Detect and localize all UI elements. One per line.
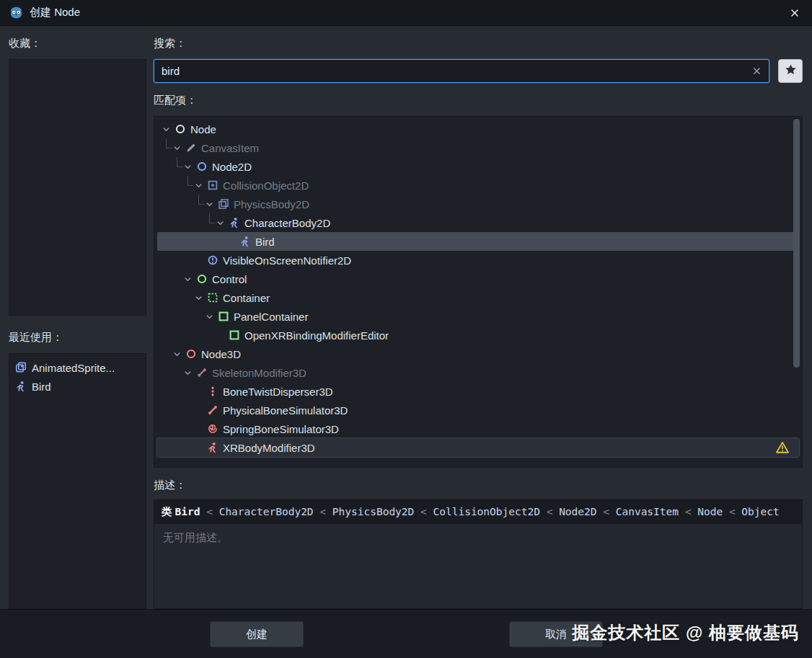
tree-indent [183, 419, 194, 438]
chevron-down-icon[interactable] [172, 344, 185, 363]
chevron-down-icon[interactable] [205, 195, 218, 213]
search-row [154, 59, 803, 83]
tree-row-label: PhysicsBody2D [234, 198, 309, 210]
dotted-square-icon [207, 292, 219, 303]
create-button[interactable]: 创建 [210, 621, 304, 647]
tree-indent [183, 307, 194, 326]
tree-indent [194, 232, 205, 251]
chevron-down-icon[interactable] [216, 213, 229, 232]
person-icon [15, 381, 27, 392]
tree-row[interactable]: CanvasItem [157, 138, 799, 157]
tree-indent [162, 288, 172, 307]
tree-indent [172, 176, 183, 195]
tree-row[interactable]: VisibleOnScreenNotifier2D [157, 251, 799, 270]
recent-label: 最近使用： [9, 329, 146, 346]
tree-indent [172, 307, 183, 326]
tree-row[interactable]: SpringBoneSimulator3D [157, 419, 799, 438]
tree-row[interactable]: PhysicalBoneSimulator3D [157, 401, 799, 419]
tree-row-label: PanelContainer [234, 311, 308, 323]
chevron-down-icon[interactable] [205, 307, 218, 326]
tree-row[interactable]: Node3D [157, 344, 799, 363]
tree-row-label: XRBodyModifier3D [223, 442, 315, 454]
tree-row-label: Control [212, 273, 247, 285]
cancel-button[interactable]: 取消 [509, 621, 603, 647]
tree-row[interactable]: Control [157, 270, 799, 288]
tree-row[interactable]: OpenXRBindingModifierEditor [157, 326, 799, 344]
tree-row[interactable]: SkeletonModifier3D [157, 363, 799, 382]
tree-indent [183, 251, 194, 270]
tree-row[interactable]: CollisionObject2D [157, 176, 799, 195]
chevron-down-icon[interactable] [183, 363, 196, 382]
tree-row[interactable]: Container [157, 288, 799, 307]
ancestor-link[interactable]: Node2D [559, 506, 596, 517]
ancestor-link[interactable]: PhysicsBody2D [332, 506, 415, 517]
recent-item[interactable]: Bird [9, 377, 146, 396]
tree-row[interactable]: Bird [157, 232, 799, 251]
tree-indent [183, 401, 194, 419]
square-circle-icon [207, 179, 219, 191]
chevron-down-icon[interactable] [183, 157, 196, 176]
tree-row-label: Node3D [201, 348, 241, 360]
recent-list: AnimatedSprite...Bird [9, 353, 146, 609]
chevron-down-icon[interactable] [194, 176, 207, 195]
tree-row[interactable]: Node [157, 120, 799, 138]
bone-stack-icon [207, 386, 219, 397]
chevron-down-icon[interactable] [194, 288, 207, 307]
favorites-list[interactable] [9, 59, 146, 316]
tree-row-label: Node2D [212, 161, 252, 173]
chevron-spacer [194, 401, 207, 419]
tree-indent [205, 232, 216, 251]
skeleton-icon [196, 367, 208, 378]
search-input[interactable] [154, 59, 769, 83]
right-panel: 搜索： 匹配项： NodeCanvasItemNode2DCollisionOb… [154, 35, 803, 609]
tree-indent [172, 288, 183, 307]
tree-indent [183, 326, 194, 344]
tree-connector-line [162, 138, 172, 157]
scrollbar-thumb[interactable] [793, 119, 800, 368]
tree-indent [162, 176, 172, 195]
no-description-text: 无可用描述。 [154, 524, 802, 552]
chain-separator: < [679, 506, 697, 517]
tree-indent [183, 288, 194, 307]
tree-row[interactable]: PanelContainer [157, 307, 799, 326]
tree-row-label: CollisionObject2D [223, 179, 309, 192]
tree-row[interactable]: CharacterBody2D [157, 213, 799, 232]
bottom-bar: 创建 取消 掘金技术社区 @ 柚要做基码 [0, 609, 812, 658]
close-icon[interactable] [786, 4, 803, 22]
chevron-spacer [194, 251, 207, 270]
ancestor-link[interactable]: Object [741, 506, 779, 517]
recent-item-label: AnimatedSprite... [32, 362, 115, 374]
watermark: 掘金技术社区 @ 柚要做基码 [572, 621, 799, 644]
ancestor-link[interactable]: CanvasItem [616, 506, 679, 517]
tree-indent [162, 307, 172, 326]
tree-row[interactable]: BoneTwistDisperser3D [157, 382, 799, 401]
ancestor-link[interactable]: CollisionObject2D [433, 506, 540, 517]
favorite-star-button[interactable] [778, 59, 803, 83]
tree-connector-line [194, 195, 205, 213]
tree-indent [172, 232, 183, 251]
chevron-down-icon[interactable] [183, 270, 196, 288]
tree-indent [162, 344, 172, 363]
tree-row[interactable]: XRBodyModifier3D [157, 438, 799, 457]
clear-search-icon[interactable] [749, 64, 764, 79]
tree-indent [162, 251, 172, 270]
chevron-down-icon[interactable] [172, 138, 185, 157]
tree-row[interactable]: PhysicsBody2D [157, 195, 799, 213]
tree-row[interactable]: Node2D [157, 157, 799, 176]
chain-separator: < [723, 506, 741, 517]
chevron-spacer [194, 438, 207, 457]
tree-row-label: Node [190, 123, 216, 135]
tree-indent [162, 326, 172, 344]
square-icon [218, 311, 229, 322]
tree-indent [162, 363, 172, 382]
recent-item[interactable]: AnimatedSprite... [9, 358, 146, 377]
ancestor-link[interactable]: CharacterBody2D [219, 506, 314, 517]
chevron-down-icon[interactable] [162, 120, 175, 138]
circle-icon [185, 348, 197, 360]
ancestor-link[interactable]: Node [697, 506, 723, 517]
alert-circle-icon [207, 254, 219, 266]
tree-indent [205, 326, 216, 344]
chain-separator: < [414, 506, 433, 517]
circle-icon [196, 161, 208, 172]
tree-indent [172, 382, 183, 401]
